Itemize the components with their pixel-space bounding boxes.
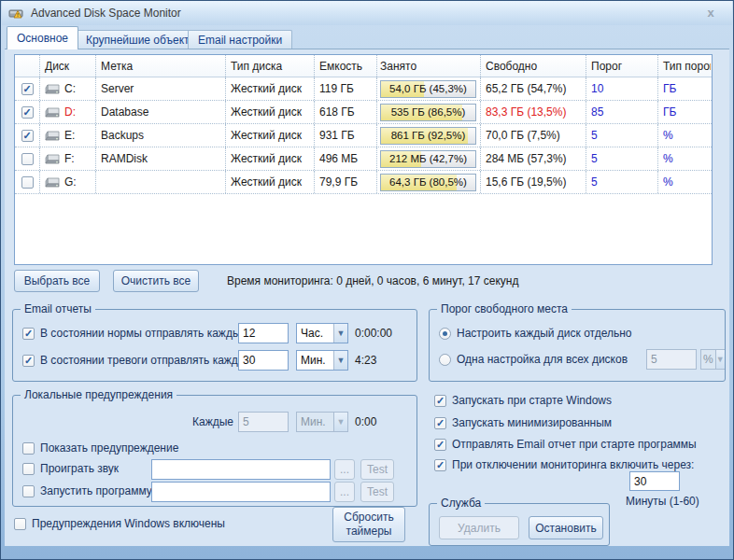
run-program-checkbox[interactable] <box>22 485 35 497</box>
local-countdown: 0:00 <box>355 415 376 428</box>
free-space-threshold-group: Порог свободного места Настроить каждый … <box>429 309 726 382</box>
disk-free: 83,3 ГБ (13,5%) <box>481 101 586 123</box>
clear-all-button[interactable]: Очистить все <box>113 270 199 292</box>
disk-free: 65,2 ГБ (54,7%) <box>481 77 586 100</box>
disk-type: Жесткий диск <box>226 77 315 100</box>
disk-table-body: ✓ C: Server Жесткий диск 119 ГБ <box>15 77 712 194</box>
disk-label: Server <box>96 77 226 100</box>
header-threshold[interactable]: Порог <box>586 55 658 77</box>
drive-icon <box>45 84 60 94</box>
single-threshold-unit-select: % ▼ <box>700 349 725 370</box>
disk-letter: D: <box>64 105 76 119</box>
table-row[interactable]: F: RAMDisk Жесткий диск 496 МБ 212 МБ (4… <box>15 147 712 171</box>
tab-email-settings[interactable]: Email настройки <box>188 30 292 49</box>
table-row[interactable]: ✓ E: Backups Жесткий диск 931 ГБ <box>15 124 712 147</box>
local-interval-input: 5 <box>238 412 289 432</box>
select-all-button[interactable]: Выбрать все <box>14 270 100 292</box>
email-on-start-label: Отправлять Email отчет при старте програ… <box>452 438 697 451</box>
header-capacity[interactable]: Емкость <box>315 55 377 77</box>
used-text: 212 МБ (42,7%) <box>381 153 475 164</box>
header-used[interactable]: Занято <box>377 55 481 77</box>
per-disk-radio[interactable] <box>439 328 451 340</box>
disk-threshold-type: % <box>658 171 711 193</box>
email-on-start-checkbox[interactable]: ✓ <box>434 439 446 451</box>
disk-letter: E: <box>64 129 75 142</box>
header-type[interactable]: Тип диска <box>226 55 315 77</box>
email-normal-checkbox[interactable]: ✓ <box>22 328 35 340</box>
disk-checkbox[interactable]: ✓ <box>21 83 34 95</box>
reenable-minutes-input[interactable]: 30 <box>629 471 680 491</box>
app-icon: ! <box>8 6 25 21</box>
play-sound-checkbox[interactable] <box>22 463 35 475</box>
disk-checkbox[interactable] <box>21 153 34 165</box>
header-threshold-type[interactable]: Тип порога <box>658 55 711 77</box>
sound-file-input[interactable] <box>151 459 331 480</box>
window-title: Advanced Disk Space Monitor <box>31 7 181 20</box>
minutes-range-label: Минуты (1-60) <box>626 495 699 508</box>
start-minimized-label: Запускать минимизированным <box>452 416 612 429</box>
service-group: Служба Удалить Остановить <box>429 503 610 546</box>
disk-letter: C: <box>64 82 76 95</box>
disk-threshold-type: ГБ <box>658 101 711 123</box>
disk-table: Диск Метка Тип диска Емкость Занято Своб… <box>14 54 713 265</box>
disk-checkbox[interactable]: ✓ <box>21 130 34 142</box>
disk-checkbox[interactable]: ✓ <box>21 106 34 119</box>
per-disk-radio-label: Настроить каждый диск отдельно <box>457 327 631 340</box>
email-alarm-unit-select[interactable]: Мин. ▼ <box>296 350 348 371</box>
header-label[interactable]: Метка <box>96 55 226 77</box>
table-header-row: Диск Метка Тип диска Емкость Занято Своб… <box>15 55 712 77</box>
local-warnings-group: Локальные предупреждения Каждые 5 Мин. ▼… <box>12 395 417 507</box>
reset-timers-button[interactable]: Сбросить таймеры <box>332 507 405 542</box>
email-reports-group: Email отчеты ✓ В состоянии нормы отправл… <box>12 309 417 382</box>
table-row[interactable]: G: Жесткий диск 79,9 ГБ 64,3 ГБ (80,5%) … <box>15 171 712 194</box>
drive-icon <box>45 154 60 164</box>
used-text: 54,0 ГБ (45,3%) <box>381 83 475 94</box>
header-disk[interactable]: Диск <box>40 55 96 77</box>
chevron-down-icon[interactable]: ▼ <box>333 324 347 343</box>
disk-threshold: 10 <box>586 77 658 100</box>
disk-label: Database <box>96 101 226 123</box>
app-window: ! Advanced Disk Space Monitor x Основное… <box>0 0 734 560</box>
email-normal-interval-input[interactable]: 12 <box>238 323 289 343</box>
email-alarm-countdown: 4:23 <box>355 354 376 367</box>
email-normal-label: В состоянии нормы отправлять каждые <box>40 327 247 340</box>
local-interval-unit-select: Мин. ▼ <box>296 412 348 432</box>
single-setting-radio[interactable] <box>439 354 451 366</box>
email-alarm-interval-input[interactable]: 30 <box>238 350 289 371</box>
chevron-down-icon: ▼ <box>333 413 347 431</box>
email-alarm-checkbox[interactable]: ✓ <box>22 355 35 367</box>
used-bar: 535 ГБ (86,5%) <box>380 104 476 121</box>
header-free[interactable]: Свободно <box>481 55 586 77</box>
close-button[interactable]: x <box>697 4 725 21</box>
used-text: 535 ГБ (86,5%) <box>381 106 475 118</box>
disk-free: 15,6 ГБ (19,5%) <box>481 171 586 193</box>
chevron-down-icon[interactable]: ▼ <box>333 351 347 370</box>
disk-capacity: 931 ГБ <box>315 124 377 147</box>
email-normal-unit-select[interactable]: Час. ▼ <box>296 323 348 343</box>
disk-free: 284 МБ (57,3%) <box>481 147 586 170</box>
windows-warnings-checkbox[interactable] <box>14 518 26 530</box>
disk-threshold-type: % <box>658 124 711 147</box>
disk-label: Backups <box>96 124 226 147</box>
table-row[interactable]: ✓ D: Database Жесткий диск 618 ГБ <box>15 101 712 124</box>
tab-main[interactable]: Основное <box>7 26 78 49</box>
email-alarm-label: В состоянии тревоги отправлять каждые <box>40 354 252 367</box>
sound-browse-button: ... <box>334 459 355 480</box>
svg-text:!: ! <box>17 12 19 18</box>
disk-type: Жесткий диск <box>226 124 315 147</box>
reenable-monitoring-checkbox[interactable]: ✓ <box>434 459 446 471</box>
table-row[interactable]: ✓ C: Server Жесткий диск 119 ГБ <box>15 77 712 101</box>
service-remove-button: Удалить <box>439 516 519 539</box>
tab-strip: Основное Крупнейшие объекты Email настро… <box>5 26 729 49</box>
email-normal-countdown: 0:00:00 <box>355 327 392 340</box>
play-sound-label: Проиграть звук <box>40 462 119 475</box>
program-path-input[interactable] <box>151 482 331 502</box>
disk-checkbox[interactable] <box>21 176 34 189</box>
show-warning-checkbox[interactable] <box>22 442 35 455</box>
disk-capacity: 79,9 ГБ <box>315 171 377 193</box>
start-minimized-checkbox[interactable]: ✓ <box>434 417 446 429</box>
autostart-checkbox[interactable]: ✓ <box>434 395 446 407</box>
disk-threshold: 85 <box>586 101 658 123</box>
drive-icon <box>45 131 60 141</box>
service-stop-button[interactable]: Остановить <box>529 516 603 539</box>
